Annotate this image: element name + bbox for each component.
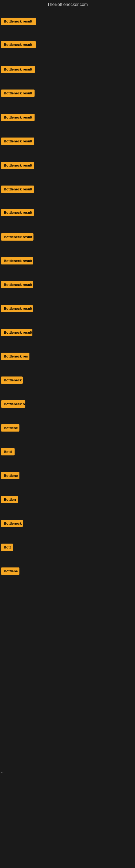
bottleneck-badge[interactable]: Bottlene [1,567,19,575]
bottleneck-badge[interactable]: Bottlen [1,496,18,503]
bottleneck-badge[interactable]: Bottl [1,448,14,456]
result-row: Bottleneck result [1,41,36,50]
bottleneck-badge[interactable]: Bottleneck re [1,400,26,408]
result-row: Bottleneck result [1,329,32,337]
result-row: Bottleneck result [1,90,35,98]
result-row: Bottleneck result [1,186,34,194]
result-row: Bottleneck result [1,18,36,26]
result-row: Bottleneck result [1,305,33,313]
result-row: Bottleneck result [1,257,33,266]
result-row: Bottleneck result [1,137,34,146]
result-row: Bottleneck re [1,400,26,409]
bottleneck-badge[interactable]: Bottleneck result [1,90,35,97]
result-row: Bottleneck result [1,162,34,170]
result-row: Bottleneck result [1,209,34,217]
bottleneck-badge[interactable]: Bottleneck result [1,18,36,25]
bottleneck-badge[interactable]: Bottleneck result [1,41,36,48]
bottleneck-badge[interactable]: Bottleneck [1,520,23,527]
result-row: Bottleneck [1,520,23,528]
result-row: Bottlene [1,567,19,576]
bottleneck-badge[interactable]: Bottleneck result [1,305,33,312]
bottleneck-badge[interactable]: Bottleneck result [1,137,34,145]
result-row: Bottleneck result [1,114,35,122]
result-row: Bottlene [1,472,19,480]
result-row: Bottleneck result [1,66,35,74]
bottleneck-badge[interactable]: Bott [1,544,13,551]
bottleneck-badge[interactable]: Bottleneck result [1,257,33,265]
result-row: Bottleneck [1,376,23,385]
bottleneck-badge[interactable]: Bottleneck result [1,329,32,336]
bottleneck-badge[interactable]: Bottlene [1,424,19,432]
bottleneck-badge[interactable]: Bottleneck result [1,281,33,288]
bottleneck-badge[interactable]: Bottleneck result [1,209,34,216]
result-row: Bott [1,544,13,552]
result-row: Bottlene [1,424,19,433]
bottleneck-badge[interactable]: Bottleneck result [1,66,35,73]
bottleneck-badge[interactable]: Bottleneck [1,376,23,384]
bottleneck-badge[interactable]: Bottleneck res [1,352,30,360]
result-row: Bottleneck result [1,233,34,242]
result-row: Bottlen [1,496,18,504]
bottleneck-badge[interactable]: Bottleneck result [1,114,35,121]
bottleneck-badge[interactable]: Bottleneck result [1,233,34,241]
result-row: Bottleneck res [1,352,30,361]
bottleneck-badge[interactable]: Bottleneck result [1,186,34,193]
ellipsis-indicator: ... [1,770,3,773]
bottleneck-badge[interactable]: Bottleneck result [1,162,34,169]
result-row: Bottl [1,448,14,457]
bottleneck-badge[interactable]: Bottlene [1,472,19,479]
site-header: TheBottlenecker.com [0,0,135,10]
result-row: Bottleneck result [1,281,33,289]
